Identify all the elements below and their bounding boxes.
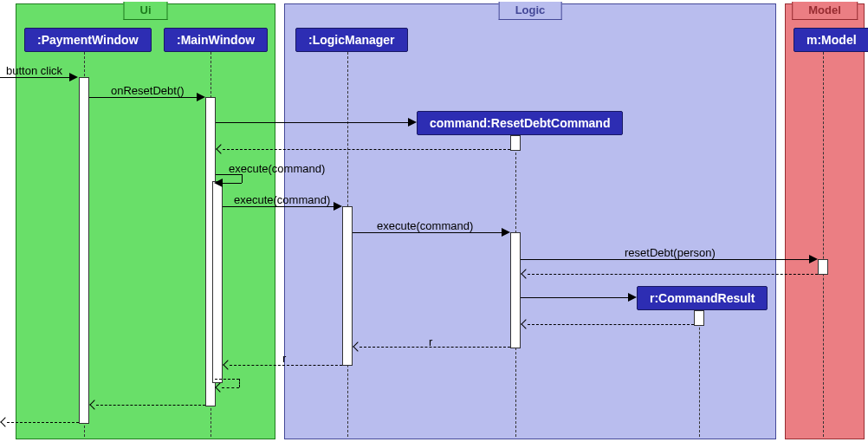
msg-reset-debt-person: resetDebt(person) (625, 246, 716, 259)
msg-execute-command-2: execute(command) (234, 193, 330, 206)
participant-logic-manager: :LogicManager (295, 28, 408, 52)
participant-main-window: :MainWindow (164, 28, 268, 52)
participant-model: m:Model (794, 28, 868, 52)
region-model-label: Model (792, 2, 858, 20)
activation-reset-debt-command-1 (510, 135, 521, 151)
activation-reset-debt-command-2 (510, 232, 521, 348)
region-logic: Logic (284, 3, 776, 439)
region-ui-label: Ui (124, 2, 168, 20)
msg-r2: r (282, 352, 286, 365)
sequence-diagram: Ui Logic Model :PaymentWindow :MainWindo… (0, 0, 868, 442)
region-model: Model (785, 3, 865, 439)
msg-execute-command-3: execute(command) (377, 219, 473, 232)
participant-command-result: r:CommandResult (637, 286, 768, 310)
activation-main-window-2 (212, 181, 223, 383)
activation-model (818, 259, 828, 275)
msg-execute-command-1: execute(command) (229, 162, 325, 175)
participant-reset-debt-command: command:ResetDebtCommand (417, 111, 623, 135)
lifeline-command-result (699, 310, 700, 437)
participant-payment-window: :PaymentWindow (24, 28, 152, 52)
msg-on-reset-debt: onResetDebt() (111, 84, 185, 97)
activation-payment-window (79, 77, 89, 424)
region-logic-label: Logic (499, 2, 562, 20)
msg-button-click: button click (6, 64, 62, 77)
msg-r1: r (429, 335, 432, 348)
activation-command-result (694, 310, 704, 326)
lifeline-model (823, 52, 824, 437)
activation-logic-manager (342, 206, 353, 366)
